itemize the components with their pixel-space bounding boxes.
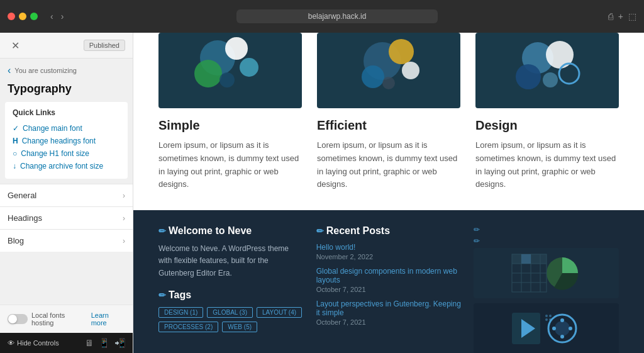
- svg-point-13: [559, 64, 579, 84]
- svg-point-33: [552, 327, 556, 330]
- recent-post-3-date: October 7, 2021: [316, 318, 462, 326]
- eye-icon: 👁: [8, 339, 14, 347]
- archive-size-icon: ↓: [13, 162, 16, 171]
- svg-point-38: [549, 318, 552, 321]
- recent-posts-widget-icon: ✏: [316, 226, 324, 236]
- quick-link-archive-size[interactable]: ↓ Change archive font size: [13, 160, 120, 172]
- close-traffic-light[interactable]: [8, 13, 15, 20]
- general-label: General: [8, 191, 36, 200]
- svg-point-35: [545, 315, 548, 317]
- tag-global[interactable]: GLOBAL (3): [207, 307, 253, 318]
- panel-close-button[interactable]: ✕: [8, 38, 23, 53]
- card-design-text: Lorem ipsum, or lipsum as it is sometime…: [475, 139, 619, 191]
- maximize-traffic-light[interactable]: [30, 13, 38, 20]
- forward-button[interactable]: ›: [58, 10, 67, 23]
- hide-controls-button[interactable]: 👁 Hide Controls: [8, 339, 59, 347]
- browser-chrome: ‹ › belajarwp.hack.id ⎙ + ⬚: [0, 0, 644, 33]
- hide-controls-label: Hide Controls: [17, 339, 59, 347]
- svg-point-6: [389, 39, 414, 64]
- tags-widget-title: ✏ Tags: [158, 289, 304, 301]
- headings-font-label: Change headings font: [22, 137, 96, 145]
- footer-image-1: [474, 248, 619, 298]
- recent-post-2: Global design components in modern web l…: [316, 267, 462, 293]
- quick-link-h1-size[interactable]: ○ Change H1 font size: [13, 147, 120, 160]
- browser-nav-buttons: ‹ ›: [48, 10, 66, 23]
- tag-processes[interactable]: PROCESSES (2): [158, 322, 218, 332]
- tags-grid: DESIGN (1) GLOBAL (3) LAYOUT (4) PROCESS…: [158, 307, 304, 332]
- blog-arrow-icon: ›: [123, 237, 125, 245]
- published-badge: Published: [84, 40, 125, 51]
- back-button[interactable]: ‹: [48, 10, 56, 23]
- left-panel: ✕ Published ‹ You are customizing Typogr…: [0, 33, 133, 353]
- svg-point-30: [555, 321, 570, 336]
- recent-posts-title-text: Recent Posts: [326, 225, 390, 237]
- panel-back-button[interactable]: ‹: [8, 65, 11, 76]
- quick-links-title: Quick Links: [13, 108, 120, 117]
- welcome-widget-title: ✏ Welcome to Neve: [158, 225, 304, 237]
- svg-point-3: [240, 58, 258, 77]
- h1-size-icon: ○: [13, 149, 17, 158]
- images-widget-icon-2: ✏: [474, 237, 619, 245]
- toggle-knob: [8, 315, 17, 323]
- card-simple-title: Simple: [158, 118, 302, 133]
- address-bar-wrapper: belajarwp.hack.id: [71, 9, 602, 23]
- blog-label: Blog: [8, 236, 24, 245]
- welcome-text: Welcome to Neve. A WordPress theme with …: [158, 243, 304, 279]
- recent-post-3-title[interactable]: Layout perspectives in Gutenberg. Keepin…: [316, 300, 462, 317]
- tag-design[interactable]: DESIGN (1): [158, 307, 203, 318]
- recent-post-2-title[interactable]: Global design components in modern web l…: [316, 267, 462, 284]
- footer-grid: ✏ Welcome to Neve Welcome to Neve. A Wor…: [158, 225, 619, 353]
- card-efficient: Efficient Lorem ipsum, or lipsum as it i…: [317, 33, 460, 191]
- quick-link-main-font[interactable]: ✓ Change main font: [13, 122, 120, 135]
- card-simple-text: Lorem ipsum, or lipsum as it is sometime…: [158, 139, 302, 191]
- hide-controls-bar: 👁 Hide Controls 🖥 📱 📲: [0, 333, 133, 353]
- footer-image-2: [474, 303, 619, 353]
- recent-posts-widget-title: ✏ Recent Posts: [316, 225, 462, 237]
- panel-nav: ‹ You are customizing: [0, 59, 133, 82]
- sidebar-icon[interactable]: ⬚: [628, 11, 636, 21]
- local-fonts-toggle[interactable]: [8, 314, 28, 324]
- svg-point-9: [382, 77, 395, 89]
- svg-point-12: [516, 64, 541, 89]
- address-bar[interactable]: belajarwp.hack.id: [236, 9, 438, 23]
- view-icons: 🖥 📱 📲: [85, 338, 125, 348]
- card-design-title: Design: [475, 118, 619, 133]
- tablet-view-button[interactable]: 📱: [99, 338, 109, 348]
- tag-web[interactable]: WEB (5): [222, 322, 257, 332]
- quick-links-section: Quick Links ✓ Change main font H Change …: [5, 102, 128, 179]
- svg-rect-25: [521, 254, 531, 264]
- panel-section-blog[interactable]: Blog ›: [0, 229, 133, 252]
- footer-images: [474, 248, 619, 353]
- svg-point-1: [225, 37, 248, 60]
- mobile-view-button[interactable]: 📲: [114, 338, 125, 348]
- general-arrow-icon: ›: [123, 191, 125, 200]
- quick-link-headings-font[interactable]: H Change headings font: [13, 135, 120, 147]
- new-tab-icon[interactable]: +: [618, 11, 623, 21]
- card-efficient-title: Efficient: [317, 118, 460, 133]
- svg-point-14: [543, 72, 558, 87]
- svg-point-8: [402, 62, 419, 79]
- footer-section: ✏ Welcome to Neve Welcome to Neve. A Wor…: [133, 210, 644, 353]
- recent-post-2-date: October 7, 2021: [316, 286, 462, 293]
- main-layout: ✕ Published ‹ You are customizing Typogr…: [0, 33, 644, 353]
- panel-section-headings[interactable]: Headings ›: [0, 206, 133, 229]
- learn-more-link[interactable]: Learn more: [91, 311, 125, 327]
- svg-point-2: [194, 60, 222, 87]
- content-area: Simple Lorem ipsum, or lipsum as it is s…: [133, 33, 644, 353]
- recent-post-1-title[interactable]: Hello world!: [316, 243, 462, 252]
- local-fonts-label: Local fonts hosting: [31, 311, 87, 327]
- footer-images-col: ✏ ✏: [474, 225, 619, 353]
- svg-point-34: [560, 335, 564, 339]
- panel-section-general[interactable]: General ›: [0, 184, 133, 206]
- card-simple-image: [158, 33, 302, 108]
- welcome-widget-icon: ✏: [158, 226, 166, 236]
- tag-layout[interactable]: LAYOUT (4): [257, 307, 302, 318]
- tags-widget-icon: ✏: [158, 290, 166, 300]
- local-fonts-row: Local fonts hosting Learn more: [0, 305, 133, 333]
- share-icon[interactable]: ⎙: [608, 11, 613, 21]
- headings-label: Headings: [8, 213, 42, 223]
- welcome-title-text: Welcome to Neve: [169, 225, 252, 237]
- footer-posts-col: ✏ Recent Posts Hello world! November 2, …: [316, 225, 462, 353]
- minimize-traffic-light[interactable]: [19, 13, 26, 20]
- desktop-view-button[interactable]: 🖥: [85, 338, 94, 348]
